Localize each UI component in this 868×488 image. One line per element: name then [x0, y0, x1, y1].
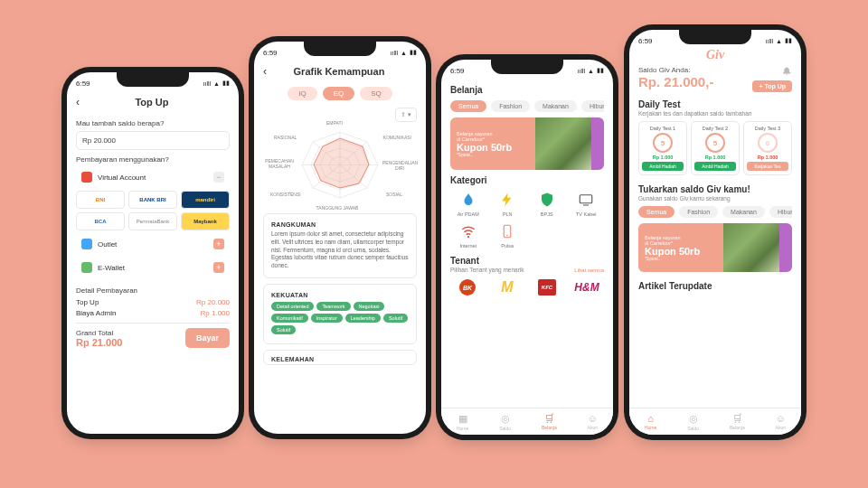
- tv-icon: [577, 191, 595, 209]
- promo-banner[interactable]: Belanja sayuran di Carrefour* Kupon 50rb…: [450, 117, 604, 170]
- promo-banner[interactable]: Belanja sayuran di Carrefour* Kupon 50rb…: [638, 223, 792, 272]
- outlet-icon: [81, 239, 92, 249]
- cat-internet[interactable]: Internet: [450, 222, 486, 249]
- tenant-bk[interactable]: BK: [450, 277, 485, 297]
- nav-home[interactable]: ⌂Home: [645, 413, 656, 430]
- cat-pulsa[interactable]: Pulsa: [490, 222, 526, 249]
- topup-button[interactable]: + Top Up: [752, 80, 792, 92]
- bank-permata[interactable]: PermataBank: [128, 212, 177, 230]
- app-logo: Giv: [638, 48, 792, 62]
- tab-semua[interactable]: Semua: [638, 206, 675, 218]
- page-title: Belanja: [450, 85, 604, 95]
- expand-icon[interactable]: +: [213, 239, 224, 249]
- label-amount-q: Mau tambah saldo berapa?: [76, 119, 230, 127]
- chip: Negotiasi: [354, 302, 385, 311]
- tukar-header: Tukarkan saldo Giv kamu!: [638, 184, 792, 194]
- bank-mandiri[interactable]: mandiri: [181, 191, 230, 209]
- tenant-mcd[interactable]: M: [490, 277, 524, 297]
- chip: Detail oriented: [271, 302, 314, 311]
- cat-pdam[interactable]: Air PDAM: [450, 191, 486, 217]
- claim-button[interactable]: Ambil Hadiah: [694, 162, 736, 171]
- expand-icon[interactable]: +: [213, 262, 224, 273]
- grand-amount: Rp 21.000: [76, 337, 122, 348]
- strength-card: KEKUATAN Detail oriented Teamwork Negoti…: [263, 284, 417, 344]
- tenant-hm[interactable]: H&M: [570, 277, 604, 297]
- claim-button[interactable]: Ambil Hadiah: [642, 162, 684, 171]
- tenant-grid: BK M KFC H&M: [450, 277, 604, 297]
- label-pay-q: Pembayaran menggunakan?: [76, 155, 230, 164]
- tab-row: IQ EQ SQ: [263, 87, 417, 100]
- daily-test-card[interactable]: Daily Test 3 0 Rp 1.000 Kerjakan Tes: [743, 121, 792, 175]
- cat-pln[interactable]: PLN: [490, 191, 526, 217]
- category-tabs: Semua Fashion Makanan Hiburan Belanja: [450, 100, 604, 112]
- nav-akun[interactable]: ☺︎Akun: [588, 413, 598, 430]
- daily-test-card[interactable]: Daily Test 2 5 Rp 1.000 Ambil Hadiah: [691, 121, 740, 175]
- tukar-sub: Gunakan saldo Giv kamu sekarang: [638, 195, 792, 202]
- bank-maybank[interactable]: Maybank: [181, 212, 230, 230]
- tab-makanan[interactable]: Makanan: [722, 206, 765, 218]
- tenant-kfc[interactable]: KFC: [530, 277, 564, 297]
- detail-row: Biaya AdminRp 1.000: [76, 309, 230, 317]
- balance-label: Saldo Giv Anda:: [638, 66, 713, 74]
- outlet-label: Outlet: [98, 240, 208, 249]
- page-title: Grafik Kemampuan: [261, 66, 417, 77]
- tenant-sub: Pilihan Tenant yang menarik: [450, 267, 524, 273]
- tab-iq[interactable]: IQ: [288, 87, 316, 100]
- nav-belanja[interactable]: 🛒︎Belanja: [730, 413, 745, 430]
- nav-akun[interactable]: ☺︎Akun: [776, 413, 786, 430]
- bolt-icon: [498, 191, 516, 209]
- nav-saldo[interactable]: ◎Saldo: [687, 413, 699, 431]
- bell-icon[interactable]: 🔔︎: [782, 66, 792, 77]
- water-icon: [459, 191, 477, 209]
- phone-topup: 6:59 ıılll▲▮▮ ‹ Top Up Mau tambah saldo …: [67, 72, 239, 434]
- pay-button[interactable]: Bayar: [185, 328, 230, 348]
- grand-label: Grand Total: [76, 329, 122, 337]
- bank-grid: BNI BANK BRI mandiri BCA PermataBank May…: [76, 191, 230, 230]
- phone-icon: [498, 222, 516, 240]
- pay-method-ewallet[interactable]: E-Wallet +: [76, 258, 230, 277]
- pay-method-va[interactable]: Virtual Account −: [76, 167, 230, 187]
- daily-sub: Kerjakan tes dan dapatkan saldo tambahan: [638, 110, 792, 117]
- tab-makanan[interactable]: Makanan: [534, 100, 577, 112]
- cart-icon: 🛒︎: [544, 413, 554, 424]
- nav-saldo[interactable]: ◎Saldo: [499, 413, 511, 431]
- svg-rect-9: [580, 195, 593, 203]
- tab-hiburan[interactable]: Hiburan: [769, 206, 792, 218]
- tab-eq[interactable]: EQ: [323, 87, 355, 100]
- ewallet-label: E-Wallet: [98, 264, 208, 272]
- tab-fashion[interactable]: Fashion: [679, 206, 718, 218]
- tab-semua[interactable]: Semua: [450, 100, 486, 112]
- chip: Inspirator: [311, 314, 343, 323]
- tukar-tabs: Semua Fashion Makanan Hiburan Belanja: [638, 206, 792, 218]
- cat-tv[interactable]: TV Kabel: [569, 191, 605, 217]
- cat-bpjs[interactable]: BPJS: [529, 191, 565, 217]
- strength-chips: Detail oriented Teamwork Negotiasi Komun…: [271, 302, 409, 334]
- chip: Solutif: [271, 325, 296, 334]
- bank-bni[interactable]: BNI: [76, 191, 125, 209]
- tab-fashion[interactable]: Fashion: [491, 100, 530, 112]
- svg-point-13: [507, 235, 509, 237]
- phone-belanja: 6:59 ıılll▲▮▮ Belanja Semua Fashion Maka…: [441, 60, 613, 435]
- shield-icon: [538, 191, 556, 209]
- do-test-button[interactable]: Kerjakan Tes: [747, 162, 788, 171]
- bank-bri[interactable]: BANK BRI: [128, 191, 177, 209]
- tab-sq[interactable]: SQ: [360, 87, 392, 100]
- home-icon: ⌂: [647, 413, 654, 424]
- score-circle: 5: [705, 133, 725, 153]
- daily-tests: Daily Test 1 5 Rp 1.000 Ambil Hadiah Dai…: [638, 121, 792, 175]
- cart-icon: 🛒︎: [732, 413, 742, 424]
- bank-bca[interactable]: BCA: [76, 212, 125, 230]
- pay-method-outlet[interactable]: Outlet +: [76, 234, 230, 254]
- chip: Solutif: [383, 314, 408, 323]
- nav-belanja[interactable]: 🛒︎Belanja: [542, 413, 557, 430]
- ewallet-icon: [81, 262, 92, 273]
- notch: [679, 30, 751, 44]
- amount-input[interactable]: Rp 20.000: [76, 131, 230, 150]
- share-button[interactable]: ⇧ ▾: [395, 108, 417, 122]
- nav-home[interactable]: ▦Home: [457, 413, 468, 431]
- daily-test-card[interactable]: Daily Test 1 5 Rp 1.000 Ambil Hadiah: [638, 121, 687, 175]
- collapse-icon[interactable]: −: [213, 172, 224, 183]
- tab-hiburan[interactable]: Hiburan: [581, 100, 604, 112]
- coin-icon: ◎: [501, 413, 510, 425]
- see-all-link[interactable]: Lihat semua: [574, 267, 604, 273]
